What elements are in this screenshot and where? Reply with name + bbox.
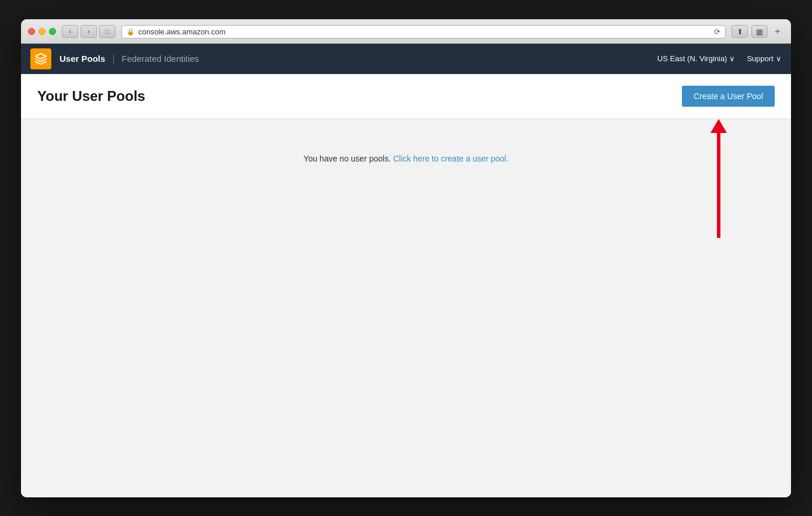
- page-header: Your User Pools Create a User Pool: [21, 74, 791, 119]
- lock-icon: 🔒: [127, 28, 135, 36]
- support-chevron-icon: ∨: [776, 54, 782, 63]
- browser-actions: ⬆ ▦ +: [732, 25, 784, 38]
- empty-text: You have no user pools.: [303, 154, 391, 163]
- app-content: User Pools | Federated Identities US Eas…: [21, 44, 791, 497]
- arrow-head: [710, 119, 727, 133]
- browser-window: ‹ › □ 🔒 ⟳ ⬆ ▦ + User Pools: [21, 19, 791, 497]
- nav-links: User Pools | Federated Identities: [60, 54, 657, 64]
- empty-message: You have no user pools. Click here to cr…: [303, 154, 508, 163]
- nav-divider: |: [112, 54, 114, 64]
- content-area: You have no user pools. Click here to cr…: [21, 119, 791, 497]
- browser-chrome: ‹ › □ 🔒 ⟳ ⬆ ▦ +: [21, 19, 791, 44]
- create-user-pool-link[interactable]: Click here to create a user pool.: [393, 154, 509, 163]
- region-chevron-icon: ∨: [729, 54, 735, 63]
- aws-logo-icon: [34, 52, 47, 65]
- page-title: Your User Pools: [37, 88, 145, 104]
- traffic-lights: [28, 28, 56, 35]
- user-pools-nav-link[interactable]: User Pools: [60, 54, 105, 64]
- support-button[interactable]: Support ∨: [747, 54, 782, 63]
- support-label: Support: [747, 54, 774, 63]
- forward-button[interactable]: ›: [80, 25, 97, 38]
- main-page: Your User Pools Create a User Pool You h…: [21, 74, 791, 497]
- reload-button[interactable]: ⟳: [714, 27, 720, 36]
- share-button[interactable]: ⬆: [732, 25, 748, 38]
- minimize-button[interactable]: [38, 28, 46, 35]
- address-bar[interactable]: [138, 27, 710, 36]
- new-tab-tile-button[interactable]: ▦: [751, 25, 768, 38]
- nav-right: US East (N. Virginia) ∨ Support ∨: [657, 54, 782, 63]
- federated-identities-nav-link[interactable]: Federated Identities: [122, 54, 200, 64]
- arrow-shaft: [717, 133, 720, 238]
- back-button[interactable]: ‹: [62, 25, 78, 38]
- region-selector[interactable]: US East (N. Virginia) ∨: [657, 54, 736, 63]
- aws-navbar: User Pools | Federated Identities US Eas…: [21, 44, 791, 74]
- maximize-button[interactable]: [49, 28, 56, 35]
- address-bar-container[interactable]: 🔒 ⟳: [121, 25, 726, 38]
- region-label: US East (N. Virginia): [657, 54, 727, 63]
- close-button[interactable]: [28, 28, 35, 35]
- aws-logo: [30, 48, 51, 69]
- create-user-pool-button[interactable]: Create a User Pool: [682, 86, 775, 107]
- tab-view-button[interactable]: □: [99, 25, 116, 38]
- nav-buttons: ‹ › □: [62, 25, 116, 38]
- annotation-arrow: [710, 119, 727, 238]
- add-tab-button[interactable]: +: [771, 25, 784, 38]
